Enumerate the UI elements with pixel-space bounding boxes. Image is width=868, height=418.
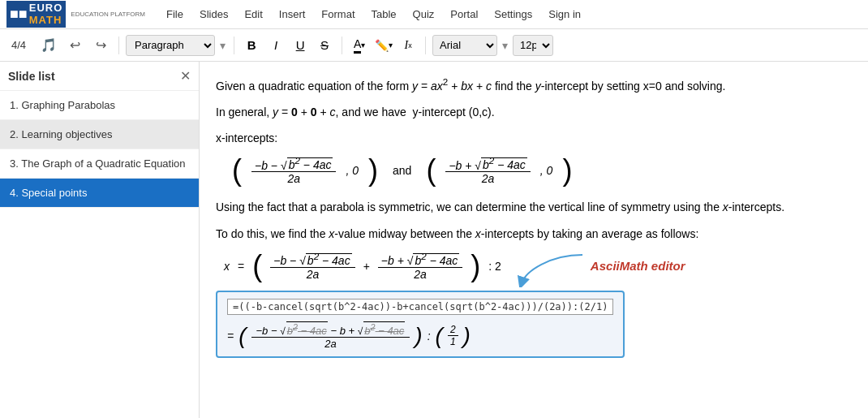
ascii-rendered: = ( −b − √ b2 − 4ac − b + √ b2 − 4ac [227,321,613,350]
eq-sign: = [227,330,234,343]
dropdown-arrow: ▾ [220,39,226,52]
comma-zero-1: , 0 [346,164,359,177]
italic-btn[interactable]: I [265,35,286,56]
undo-btn[interactable]: ↩ [63,34,86,57]
font-family-select[interactable]: Arial [432,35,497,56]
small-rparen-frac: ) [463,323,471,349]
underline-btn[interactable]: U [290,35,311,56]
menu-signin[interactable]: Sign in [540,0,589,29]
right-paren-2: ) [562,156,572,185]
ascii-input-display[interactable]: =((-b-cancel(sqrt(b^2-4ac))-b+cancel(sqr… [227,299,613,315]
x-eq-equals: = [238,260,244,273]
menu-quiz[interactable]: Quiz [405,0,443,29]
strikethrough-btn[interactable]: S [314,35,335,56]
menu-format[interactable]: Format [313,0,363,29]
sidebar-title: Slide list [8,70,55,83]
content-area: Given a quadratic equation of the form y… [200,62,868,418]
toolbar-sep-1 [118,37,119,54]
fraction-pos: −b + √b2 − 4ac 2a [445,156,530,186]
arrow-svg [518,247,599,287]
x-frac-neg: −b − √b2 − 4ac 2a [270,251,355,281]
logo-euro: EURO [29,2,63,14]
x-eq-label: x [224,260,230,273]
sidebar-item-4[interactable]: 4. Special points [0,179,199,208]
toolbar-sep-4 [425,37,426,54]
slide-counter: 4/4 [6,39,31,51]
x-frac-pos: −b + √b2 − 4ac 2a [378,251,462,281]
colon-sign: : [428,330,431,343]
formula-row-intercepts: ( −b − √b2 − 4ac 2a , 0 ) and ( −b + √b2… [232,156,852,186]
big-left-paren: ( [252,252,262,281]
logo-box: ■■ EURO MATH [6,1,66,28]
font-color-btn[interactable]: A ▾ [349,35,370,56]
font-size-select[interactable]: 12pt [513,35,553,56]
menu-settings[interactable]: Settings [486,0,540,29]
menu-edit[interactable]: Edit [236,0,270,29]
menu-table[interactable]: Table [363,0,405,29]
plus-sign: + [363,260,370,273]
result-fraction: −b − √ b2 − 4ac − b + √ b2 − 4ac 2a [251,321,410,350]
and-label: and [393,164,411,177]
divide-2: : 2 [488,260,501,273]
logo: ■■ EURO MATH EDUCATION PLATFORM [6,1,145,28]
toolbar: 4/4 🎵 ↩ ↪ Paragraph ▾ B I U S A ▾ ✏️ ▾ I… [0,29,868,62]
ascii-input-text: =((-b-cancel(sqrt(b^2-4ac))-b+cancel(sqr… [233,301,608,312]
big-right-paren: ) [471,252,480,281]
font-style-btn[interactable]: I x [397,35,419,56]
bold-btn[interactable]: B [241,35,262,56]
content-line2: In general, y = 0 + 0 + c, and we have y… [216,103,852,121]
sidebar-item-2[interactable]: 2. Learning objectives [0,120,199,149]
x-intercepts-label: x-intercepts: [216,129,852,147]
highlight-btn[interactable]: ✏️ ▾ [373,35,394,56]
menu-portal[interactable]: Portal [442,0,486,29]
menu-slides[interactable]: Slides [191,0,236,29]
main-area: Slide list ✕ 1. Graphing Parabolas 2. Le… [0,62,868,418]
right-paren-1: ) [368,156,378,185]
music-btn[interactable]: 🎵 [37,34,60,57]
font-dropdown-arrow: ▾ [502,39,508,52]
sidebar-close-btn[interactable]: ✕ [180,68,191,84]
small-lparen-frac: ( [436,323,443,349]
comma-zero-2: , 0 [540,164,553,177]
menu-file[interactable]: File [158,0,191,29]
x-formula-row: x = ( −b − √b2 − 4ac 2a + −b + √b2 − 4ac… [224,251,852,281]
big-lparen-res: ( [238,323,246,349]
redo-btn[interactable]: ↪ [89,34,112,57]
toolbar-sep-3 [342,37,342,54]
x-intercepts-section: x-intercepts: ( −b − √b2 − 4ac 2a , 0 ) … [216,129,852,185]
small-fraction-21: 2 1 [448,324,458,347]
left-paren-1: ( [232,156,242,185]
content-line1: Given a quadratic equation of the form y… [216,75,852,95]
toolbar-sep-2 [234,37,234,54]
menu-insert[interactable]: Insert [271,0,314,29]
sidebar-header: Slide list ✕ [0,62,199,91]
symmetry-text-1: Using the fact that a parabola is symmet… [216,198,852,216]
sidebar: Slide list ✕ 1. Graphing Parabolas 2. Le… [0,62,200,418]
ascii-label-area: AsciiMath editor [542,259,685,273]
logo-math: MATH [29,15,63,26]
sidebar-item-3[interactable]: 3. The Graph of a Quadratic Equation [0,149,199,179]
sidebar-item-1[interactable]: 1. Graphing Parabolas [0,91,199,120]
menu-bar: ■■ EURO MATH EDUCATION PLATFORM File Sli… [0,0,868,29]
big-rparen-res: ) [415,323,422,349]
paragraph-select[interactable]: Paragraph [126,35,215,56]
fraction-neg: −b − √b2 − 4ac 2a [251,156,336,186]
ascii-editor-box[interactable]: =((-b-cancel(sqrt(b^2-4ac))-b+cancel(sqr… [216,291,625,358]
left-paren-2: ( [426,156,436,185]
symmetry-text-2: To do this, we find the x-value midway b… [216,225,852,243]
logo-subtitle: EDUCATION PLATFORM [71,11,145,18]
ascii-editor-label: AsciiMath editor [591,259,685,273]
